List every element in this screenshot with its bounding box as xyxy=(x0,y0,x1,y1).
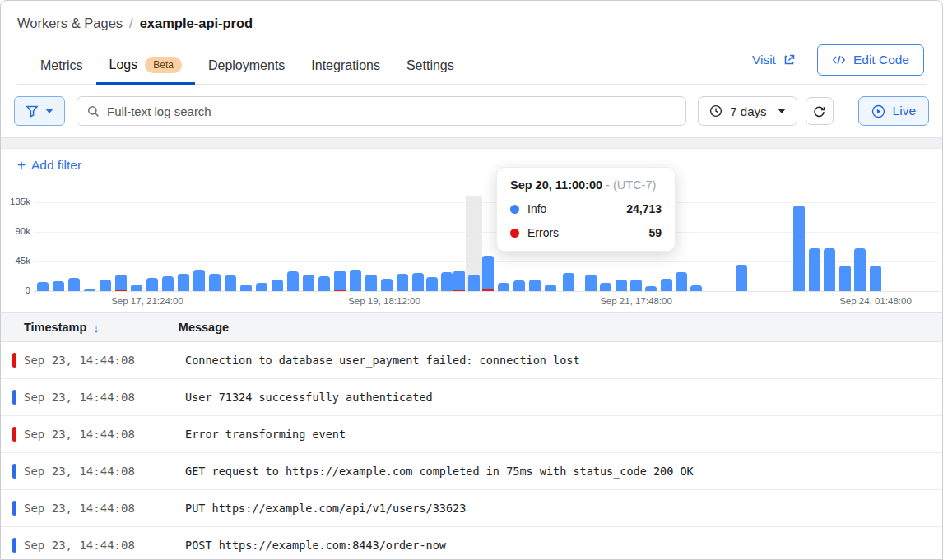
log-row[interactable]: Sep 23, 14:44:08 Connection to database … xyxy=(1,342,942,379)
chart-bar[interactable] xyxy=(146,278,158,291)
chart-bar[interactable] xyxy=(397,274,408,291)
chart-bar[interactable] xyxy=(482,256,494,291)
tab-integrations[interactable]: Integrations xyxy=(298,50,393,84)
chart-bar[interactable] xyxy=(115,275,127,291)
chart-bar[interactable] xyxy=(809,248,820,291)
tab-integrations-label: Integrations xyxy=(311,58,380,73)
refresh-button[interactable] xyxy=(806,97,834,125)
timestamp-column-header[interactable]: Timestamp ↓ xyxy=(1,321,100,335)
chart-bar[interactable] xyxy=(240,285,252,291)
live-button[interactable]: Live xyxy=(858,96,929,126)
plus-icon: + xyxy=(17,157,26,174)
bar-info-segment xyxy=(616,280,627,291)
chart-bar[interactable] xyxy=(37,282,49,291)
chart-bar[interactable] xyxy=(209,274,221,291)
chart-bar[interactable] xyxy=(162,276,174,291)
chart-bar[interactable] xyxy=(839,266,851,291)
chart-bar[interactable] xyxy=(661,279,672,291)
chart-bar[interactable] xyxy=(616,280,627,291)
log-row[interactable]: Sep 23, 14:44:08 GET request to https://… xyxy=(1,453,942,490)
timestamp-header-label: Timestamp xyxy=(24,321,86,334)
tab-metrics-label: Metrics xyxy=(40,58,83,73)
chart-bar[interactable] xyxy=(131,285,142,291)
bar-info-segment xyxy=(468,275,480,291)
chart-bar[interactable] xyxy=(68,278,80,291)
filter-menu-button[interactable] xyxy=(14,96,65,126)
bar-info-segment xyxy=(600,283,611,291)
log-row[interactable]: Sep 23, 14:44:08 PUT https://example.com… xyxy=(1,490,942,527)
chart-bar[interactable] xyxy=(381,279,393,291)
x-tick-label: Sep 19, 18:12:00 xyxy=(348,296,420,306)
chart-bar[interactable] xyxy=(225,275,236,291)
chart-bar[interactable] xyxy=(630,280,642,291)
x-axis-line xyxy=(34,291,939,292)
chart-bar[interactable] xyxy=(303,275,314,291)
search-input[interactable] xyxy=(107,104,676,118)
chart-bar[interactable] xyxy=(585,275,597,291)
bar-info-segment xyxy=(115,275,127,290)
edit-code-button[interactable]: Edit Code xyxy=(817,44,924,76)
chart-bar[interactable] xyxy=(53,281,64,291)
bar-info-segment xyxy=(53,281,64,291)
chart-bar[interactable] xyxy=(334,271,346,291)
chart-bar[interactable] xyxy=(870,266,881,291)
log-row[interactable]: Sep 23, 14:44:08 POST https://example.co… xyxy=(1,527,942,560)
chart-bar[interactable] xyxy=(824,248,835,291)
chart-bar[interactable] xyxy=(645,286,657,291)
add-filter-link[interactable]: Add filter xyxy=(31,158,81,173)
log-message: GET request to https://example.com compl… xyxy=(185,465,694,478)
search-icon xyxy=(87,105,100,118)
chart-bar[interactable] xyxy=(412,273,424,291)
bar-info-segment xyxy=(630,280,642,291)
chart-bar[interactable] xyxy=(563,273,574,291)
chart-bar[interactable] xyxy=(513,280,525,291)
breadcrumb-section[interactable]: Workers & Pages xyxy=(17,16,123,31)
time-range-select[interactable]: 7 days xyxy=(698,96,797,126)
chart-bar[interactable] xyxy=(193,270,205,291)
chart-bar[interactable] xyxy=(100,280,111,291)
chart-bar[interactable] xyxy=(453,271,465,291)
log-search[interactable] xyxy=(77,96,686,126)
chart-bar[interactable] xyxy=(272,280,283,291)
chart-bar[interactable] xyxy=(318,276,330,291)
chart-bar[interactable] xyxy=(426,277,438,291)
chart-plot-area[interactable]: 045k90k135kSep 17, 21:24:00Sep 19, 18:12… xyxy=(34,202,939,291)
tooltip-errors-label: Errors xyxy=(527,226,559,239)
chart-bar[interactable] xyxy=(287,271,299,291)
chart-bar[interactable] xyxy=(793,206,805,291)
bar-info-segment xyxy=(529,280,541,291)
chart-bar[interactable] xyxy=(256,283,267,291)
bar-info-segment xyxy=(839,266,851,291)
chart-bar[interactable] xyxy=(178,274,189,291)
chart-bar[interactable] xyxy=(600,283,611,291)
chart-bar[interactable] xyxy=(676,272,687,291)
chart-bar[interactable] xyxy=(84,289,95,291)
clock-icon xyxy=(709,104,722,118)
visit-link[interactable]: Visit xyxy=(752,53,796,67)
tooltip-info-label: Info xyxy=(527,202,546,215)
chart-bar[interactable] xyxy=(736,265,747,291)
tab-settings[interactable]: Settings xyxy=(393,50,467,84)
log-row[interactable]: Sep 23, 14:44:08 User 71324 successfully… xyxy=(1,379,942,416)
bar-info-segment xyxy=(240,285,252,291)
severity-indicator xyxy=(12,427,16,442)
chart-bar[interactable] xyxy=(498,283,509,291)
tab-logs[interactable]: Logs Beta xyxy=(96,49,195,84)
sort-desc-icon[interactable]: ↓ xyxy=(93,321,100,335)
log-row[interactable]: Sep 23, 14:44:08 Error transforming even… xyxy=(1,416,942,453)
tab-deployments[interactable]: Deployments xyxy=(195,50,298,84)
bar-info-segment xyxy=(645,286,657,291)
chart-bar[interactable] xyxy=(350,270,361,291)
chart-bar[interactable] xyxy=(529,280,541,291)
chart-bar[interactable] xyxy=(545,285,556,291)
tooltip-info-value: 24,713 xyxy=(626,202,662,215)
log-timestamp: Sep 23, 14:44:08 xyxy=(1,354,185,367)
tooltip-separator: - xyxy=(606,178,610,192)
chart-bar[interactable] xyxy=(441,272,453,291)
bar-info-segment xyxy=(334,271,346,290)
chart-bar[interactable] xyxy=(854,248,866,291)
chart-bar[interactable] xyxy=(365,275,377,291)
chart-bar[interactable] xyxy=(690,285,702,291)
tab-metrics[interactable]: Metrics xyxy=(27,50,96,84)
chart-bar-hovered[interactable] xyxy=(468,275,480,291)
